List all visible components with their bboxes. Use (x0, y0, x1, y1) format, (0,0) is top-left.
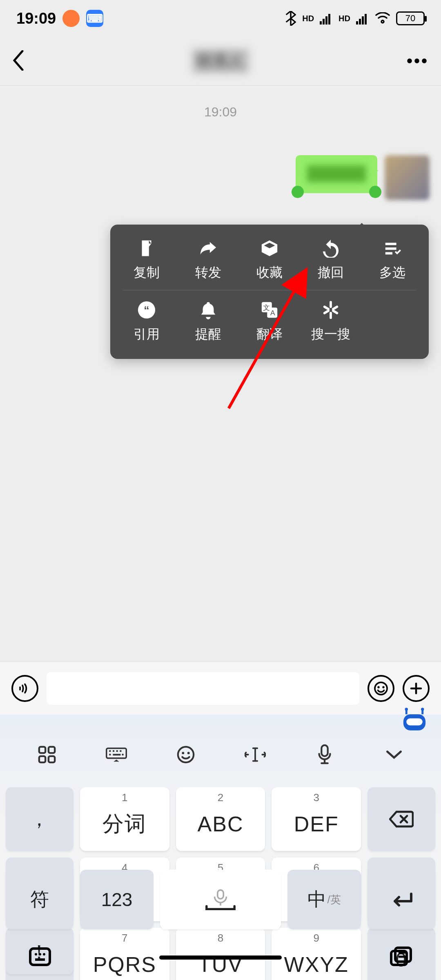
svg-rect-27 (49, 756, 55, 762)
svg-point-29 (109, 750, 111, 752)
chat-header: 联系人 ••• (0, 37, 441, 86)
bluetooth-icon (285, 11, 296, 26)
svg-point-37 (182, 752, 184, 754)
kb-collapse-button[interactable] (380, 740, 408, 769)
emoji-button[interactable] (368, 675, 394, 702)
key-comma[interactable]: ， (6, 787, 74, 851)
svg-rect-19 (406, 718, 422, 725)
svg-rect-0 (320, 21, 322, 24)
enter-icon (389, 891, 414, 908)
wifi-icon (375, 12, 390, 24)
message-row: 消息文本 (296, 155, 430, 200)
svg-rect-39 (321, 745, 327, 756)
key-space[interactable] (160, 870, 281, 929)
nav-keyboard-switch[interactable] (29, 947, 51, 969)
svg-point-36 (178, 747, 194, 762)
svg-point-32 (120, 750, 122, 752)
svg-text:“: “ (144, 304, 149, 316)
plus-button[interactable] (403, 675, 430, 702)
signal-bars-2-icon (356, 12, 369, 24)
svg-rect-6 (362, 16, 364, 24)
svg-point-44 (43, 953, 45, 956)
chat-area: 19:09 消息文本 复制 转发 收藏 (0, 86, 441, 665)
message-input[interactable] (47, 672, 359, 705)
svg-text:文: 文 (263, 303, 270, 312)
key-enter[interactable] (368, 870, 435, 929)
message-bubble[interactable]: 消息文本 (296, 155, 377, 193)
bell-icon (198, 300, 218, 320)
svg-rect-3 (328, 14, 330, 24)
ctx-translate-label: 翻译 (256, 325, 283, 343)
sparkle-icon (321, 300, 341, 320)
svg-rect-4 (356, 21, 358, 24)
key-symbols[interactable]: 符 (6, 870, 74, 929)
ctx-multiselect[interactable]: 多选 (362, 238, 423, 282)
ctx-translate[interactable]: 文A 翻译 (239, 300, 300, 343)
input-bar (0, 662, 441, 715)
ctx-remind[interactable]: 提醒 (177, 300, 238, 343)
ctx-multiselect-label: 多选 (379, 264, 405, 282)
kb-apps-button[interactable] (33, 740, 61, 769)
svg-point-17 (382, 686, 384, 688)
ctx-quote-label: 引用 (134, 325, 160, 343)
smile-icon (374, 681, 388, 696)
grid-icon (38, 745, 56, 764)
quote-icon: “ (137, 300, 156, 320)
ctx-search[interactable]: 搜一搜 (300, 300, 361, 343)
svg-rect-1 (323, 19, 325, 24)
chat-title: 联系人 (192, 49, 249, 73)
kb-cursor-button[interactable] (241, 740, 270, 769)
ctx-recall[interactable]: 撤回 (300, 238, 361, 282)
kb-emoji-button[interactable] (172, 740, 200, 769)
ctx-favorite[interactable]: 收藏 (239, 238, 300, 282)
key-3[interactable]: 3DEF (272, 787, 361, 851)
gesture-handle[interactable] (159, 956, 282, 960)
keyboard: ， 1分词 2ABC 3DEF 。 4GHI 5JKL 6MNO 重输 ？ 7P… (0, 715, 441, 980)
svg-point-38 (187, 752, 190, 754)
key-2[interactable]: 2ABC (176, 787, 265, 851)
kb-keyboard-button[interactable] (102, 740, 131, 769)
status-app-2-icon: ⌨ (86, 10, 103, 27)
selection-handle-right[interactable] (369, 186, 381, 198)
svg-rect-40 (218, 890, 223, 899)
battery-icon: 70 (396, 11, 425, 25)
svg-rect-5 (359, 19, 361, 24)
status-app-1-icon (62, 10, 80, 27)
ctx-forward[interactable]: 转发 (177, 238, 238, 282)
chat-timestamp: 19:09 (0, 86, 441, 120)
selection-handle-left[interactable] (292, 186, 304, 198)
ctx-recall-label: 撤回 (318, 264, 344, 282)
ctx-copy[interactable]: 复制 (116, 238, 177, 282)
svg-point-23 (421, 708, 424, 710)
back-button[interactable] (12, 50, 37, 72)
signal-1-icon: HD (302, 14, 314, 23)
kb-mic-button[interactable] (310, 740, 339, 769)
nav-clipboard[interactable] (390, 947, 412, 969)
status-bar: 19:09 ⌨ HD HD 70 (0, 0, 441, 37)
signal-bars-1-icon (320, 12, 333, 24)
ctx-copy-label: 复制 (134, 264, 160, 282)
svg-rect-35 (113, 754, 120, 755)
key-numbers[interactable]: 123 (80, 870, 154, 929)
svg-point-22 (405, 708, 408, 710)
svg-rect-28 (107, 748, 127, 758)
key-1[interactable]: 1分词 (80, 787, 169, 851)
avatar[interactable] (385, 155, 430, 200)
copy-icon (137, 238, 156, 258)
ctx-quote[interactable]: “ 引用 (116, 300, 177, 343)
svg-point-31 (116, 750, 118, 752)
voice-input-button[interactable] (11, 675, 38, 702)
undo-icon (321, 238, 341, 258)
keyboard-icon (106, 746, 127, 763)
svg-rect-45 (35, 958, 45, 961)
message-text: 消息文本 (307, 165, 366, 182)
ctx-forward-label: 转发 (195, 264, 221, 282)
nav-bar (0, 935, 441, 980)
more-button[interactable]: ••• (404, 52, 429, 70)
ctx-search-label: 搜一搜 (311, 325, 350, 343)
keyboard-assistant-icon[interactable] (399, 707, 430, 732)
key-backspace[interactable] (368, 787, 435, 851)
svg-rect-25 (49, 747, 55, 753)
key-language[interactable]: 中/英 (287, 870, 361, 929)
backspace-icon (389, 810, 414, 828)
